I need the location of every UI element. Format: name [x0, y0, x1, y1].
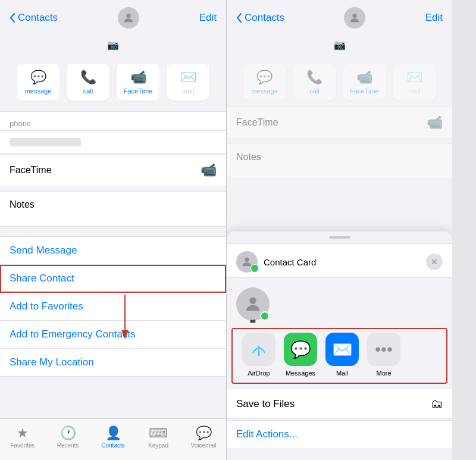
left-panel: Contacts Edit 📷 💬 message 📞 call 📹 FaceT…: [0, 0, 226, 460]
sheet-contact-preview: 📷: [227, 278, 452, 328]
right-back-label: Contacts: [245, 12, 284, 24]
right-facetime-icon: 📹: [356, 70, 372, 85]
contact-avatar-nav: [118, 7, 139, 29]
right-message-icon: 💬: [256, 70, 273, 85]
save-to-files-row[interactable]: Save to Files 🗂: [227, 389, 452, 419]
right-facetime-row[interactable]: FaceTime 📹: [227, 107, 452, 139]
tab-keypad-label: Keypad: [148, 442, 168, 449]
right-facetime-label: FaceTime: [350, 87, 379, 95]
mail-label: Mail: [336, 370, 348, 377]
sheet-handle: [329, 236, 350, 239]
tab-keypad[interactable]: ⌨ Keypad: [136, 425, 181, 449]
facetime-button[interactable]: 📹 FaceTime: [117, 64, 159, 101]
right-mail-label: mail: [408, 87, 420, 95]
facetime-icon: 📹: [130, 70, 146, 85]
favorites-icon: ★: [17, 425, 29, 441]
more-option[interactable]: ••• More: [366, 333, 402, 377]
share-location-link[interactable]: Share My Location: [0, 349, 226, 376]
airdrop-label: AirDrop: [248, 370, 270, 377]
mail-button[interactable]: ✉️ mail: [167, 64, 209, 101]
edit-button[interactable]: Edit: [199, 12, 217, 24]
right-message-label: message: [251, 87, 278, 95]
tab-bar: ★ Favorites 🕐 Recents 👤 Contacts ⌨ Keypa…: [0, 418, 226, 460]
more-label: More: [376, 370, 391, 377]
svg-marker-2: [121, 330, 129, 339]
right-contact-header: 📷: [227, 33, 452, 58]
keypad-icon: ⌨: [149, 425, 168, 441]
facetime-video-icon: 📹: [201, 162, 217, 178]
tab-favorites[interactable]: ★ Favorites: [0, 425, 45, 449]
sheet-close-button[interactable]: ✕: [426, 254, 443, 270]
share-contact-link[interactable]: Share Contact: [0, 265, 226, 293]
message-icon: 💬: [30, 70, 46, 85]
add-emergency-link[interactable]: Add to Emergency Contacts: [0, 321, 226, 349]
messages-option[interactable]: 💬 Messages: [283, 333, 318, 377]
mail-icon: ✉️: [180, 70, 196, 85]
phone-value[interactable]: [0, 131, 226, 154]
facetime-row-label: FaceTime: [10, 165, 52, 176]
message-label: message: [25, 87, 52, 95]
right-edit-button[interactable]: Edit: [425, 12, 443, 24]
right-contact-avatar-nav: [344, 7, 365, 29]
folder-icon: 🗂: [431, 397, 443, 411]
sheet-header: Contact Card ✕: [227, 243, 452, 278]
sheet-contact-avatar: 📷: [236, 287, 270, 321]
send-message-link[interactable]: Send Message: [0, 237, 226, 265]
divider-1: [0, 227, 226, 231]
tab-voicemail[interactable]: 💬 Voicemail: [181, 425, 226, 449]
contact-header: 📷: [0, 33, 226, 58]
contacts-icon: 👤: [105, 425, 121, 441]
voicemail-icon: 💬: [196, 425, 212, 441]
sheet-cam-badge: [250, 264, 259, 273]
airdrop-icon: [242, 333, 275, 366]
phone-number-blurred: [10, 138, 81, 146]
right-call-label: call: [309, 87, 320, 95]
messages-icon: 💬: [284, 333, 317, 366]
tab-voicemail-label: Voicemail: [191, 442, 217, 449]
save-to-files-label: Save to Files: [236, 398, 295, 410]
right-back-button[interactable]: Contacts: [236, 12, 284, 24]
right-notes-label: Notes: [236, 152, 261, 162]
right-action-buttons-row: 💬 message 📞 call 📹 FaceTime ✉️ mail: [227, 58, 452, 107]
message-button[interactable]: 💬 message: [17, 64, 60, 101]
more-icon: •••: [367, 333, 400, 366]
right-mail-button[interactable]: ✉️ mail: [393, 64, 436, 101]
mail-option[interactable]: ✉️ Mail: [324, 333, 360, 377]
right-nav: Contacts Edit: [227, 0, 452, 33]
share-sheet: Contact Card ✕ 📷: [227, 231, 452, 460]
recents-icon: 🕐: [60, 425, 76, 441]
call-icon: 📞: [80, 70, 96, 85]
share-options-row: AirDrop 💬 Messages ✉️ Mail ••• More: [231, 328, 447, 384]
tab-contacts-label: Contacts: [101, 442, 124, 449]
links-section: Send Message Share Contact Add to Favori…: [0, 236, 226, 377]
phone-label: phone: [0, 112, 226, 131]
facetime-row[interactable]: FaceTime 📹: [0, 154, 226, 186]
right-facetime-row-label: FaceTime: [236, 117, 278, 128]
call-button[interactable]: 📞 call: [67, 64, 109, 101]
tab-recents[interactable]: 🕐 Recents: [45, 425, 90, 449]
red-arrow-indicator: [119, 295, 131, 345]
facetime-label: FaceTime: [124, 87, 153, 95]
tab-recents-label: Recents: [57, 442, 79, 449]
airdrop-option[interactable]: AirDrop: [241, 333, 277, 377]
right-mail-icon: ✉️: [406, 70, 422, 85]
add-favorites-link[interactable]: Add to Favorites: [0, 293, 226, 321]
left-nav: Contacts Edit: [0, 0, 226, 33]
call-label: call: [83, 87, 93, 95]
svg-point-5: [249, 298, 256, 304]
tab-contacts[interactable]: 👤 Contacts: [90, 425, 136, 449]
right-message-button[interactable]: 💬 message: [243, 64, 286, 101]
messages-label: Messages: [286, 370, 315, 377]
cam-badge-small: 📷: [250, 318, 256, 323]
notes-label: Notes: [10, 199, 35, 209]
right-call-button[interactable]: 📞 call: [293, 64, 336, 101]
edit-actions-row[interactable]: Edit Actions...: [227, 420, 452, 448]
right-panel: Contacts Edit 📷 💬 message 📞 call 📹 FaceT…: [226, 0, 452, 460]
svg-point-6: [258, 353, 260, 356]
right-facetime-button[interactable]: 📹 FaceTime: [343, 64, 386, 101]
action-buttons-row: 💬 message 📞 call 📹 FaceTime ✉️ mail: [0, 58, 226, 107]
right-facetime-video-icon: 📹: [427, 115, 443, 130]
sheet-header-left: Contact Card: [236, 251, 316, 273]
back-button[interactable]: Contacts: [10, 12, 58, 24]
right-call-icon: 📞: [306, 70, 322, 85]
